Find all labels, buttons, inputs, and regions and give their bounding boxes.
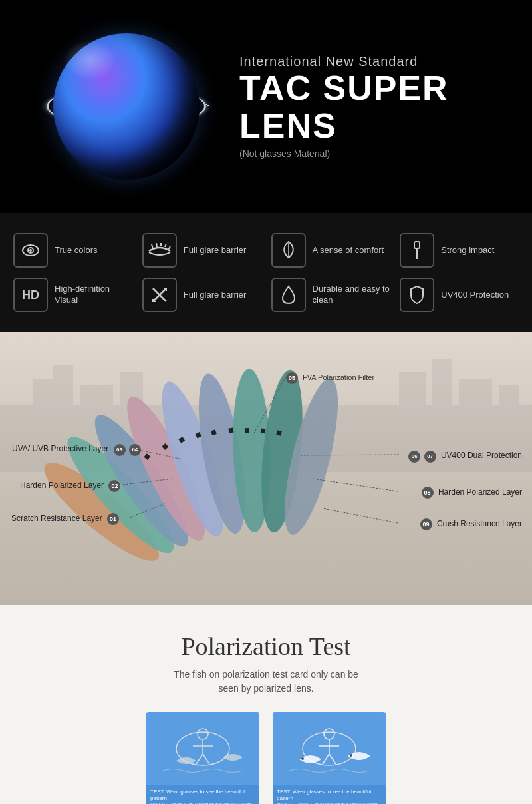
cross-arrows-icon-box xyxy=(142,278,177,312)
glare-barrier-label: Full glare barrier xyxy=(184,245,247,256)
svg-rect-36 xyxy=(228,428,233,433)
svg-point-62 xyxy=(350,754,352,757)
shield-icon-box xyxy=(400,278,434,312)
svg-line-7 xyxy=(168,246,170,250)
layer-crush: 09 Crush Resistance Layer xyxy=(420,517,522,530)
feature-true-colors: True colors xyxy=(13,233,132,268)
hero-section: International New Standard TAC SUPER LEN… xyxy=(0,0,532,213)
lens-sphere xyxy=(53,33,200,180)
eye-icon-box xyxy=(13,233,48,268)
feature-uv400: UV400 Protection xyxy=(400,278,519,312)
test-caption-1: TEST: Wear glasses to see the beautiful … xyxy=(146,785,259,804)
feature-impact: Strong impact xyxy=(400,233,519,268)
features-section: True colors Full glare barrier xyxy=(0,213,532,332)
svg-line-3 xyxy=(152,244,153,249)
test-description: The fish on polarization test card only … xyxy=(20,668,512,696)
svg-point-61 xyxy=(301,757,304,760)
feature-comfort: A sense of comfort xyxy=(271,233,390,268)
features-grid: True colors Full glare barrier xyxy=(13,233,519,312)
hero-note: (Not glasses Material) xyxy=(239,148,532,159)
test-image-2: TEST: Wear glasses to see the beautiful … xyxy=(273,712,386,804)
feature-glare-barrier-2: Full glare barrier xyxy=(142,278,261,312)
clean-label: Durable and easy to clean xyxy=(313,284,390,306)
layers-content: 05 FVA Polarization Filter UVA/ UVB Prot… xyxy=(0,345,532,592)
true-colors-label: True colors xyxy=(55,245,98,256)
svg-point-2 xyxy=(29,249,32,252)
svg-line-4 xyxy=(156,243,157,247)
svg-rect-38 xyxy=(261,429,266,434)
test-image-1: TEST: Wear glasses to see the beautiful … xyxy=(146,712,259,804)
svg-line-6 xyxy=(165,244,166,247)
test-drawing-1 xyxy=(146,712,259,785)
svg-rect-9 xyxy=(414,242,420,248)
test-images-container: TEST: Wear glasses to see the beautiful … xyxy=(20,712,512,804)
lashes-icon-box xyxy=(142,233,177,268)
layer-harden-left: Harden Polarized Layer 02 xyxy=(20,479,120,492)
layer-uv400-dual: 06 07 UV400 Dual Protection xyxy=(408,449,522,463)
lens-graphic xyxy=(40,20,213,193)
hd-label: High-definition Visual xyxy=(55,284,132,306)
layer-fva: 05 FVA Polarization Filter xyxy=(286,371,374,384)
impact-label: Strong impact xyxy=(441,245,494,256)
uv400-label: UV400 Protection xyxy=(441,290,509,301)
test-section: Polarization Test The fish on polarizati… xyxy=(0,605,532,804)
svg-rect-37 xyxy=(245,428,249,433)
hero-title: TAC SUPER LENS xyxy=(239,69,532,145)
feature-glare-barrier: Full glare barrier xyxy=(142,233,261,268)
glare-barrier-2-label: Full glare barrier xyxy=(184,290,247,301)
hd-icon-box: HD xyxy=(13,278,48,312)
comfort-label: A sense of comfort xyxy=(313,245,384,256)
drop-icon-box xyxy=(271,278,306,312)
test-caption-2: TEST: Wear glasses to see the beautiful … xyxy=(273,785,386,804)
leaf-icon-box xyxy=(271,233,306,268)
feature-hd: HD High-definition Visual xyxy=(13,278,132,312)
test-title: Polarization Test xyxy=(20,632,512,661)
layer-harden-right: 08 Harden Polarized Layer xyxy=(422,485,522,499)
hammer-icon-box xyxy=(400,233,434,268)
layer-uva-uvb: UVA/ UVB Protective Layer 03 04 xyxy=(12,442,141,456)
feature-clean: Durable and easy to clean xyxy=(271,278,390,312)
test-drawing-2 xyxy=(273,712,386,785)
layers-section: 05 FVA Polarization Filter UVA/ UVB Prot… xyxy=(0,332,532,605)
hero-text: International New Standard TAC SUPER LEN… xyxy=(239,54,532,159)
hero-subtitle: International New Standard xyxy=(239,54,532,69)
layer-scratch: Scratch Resistance Layer 01 xyxy=(11,512,119,525)
